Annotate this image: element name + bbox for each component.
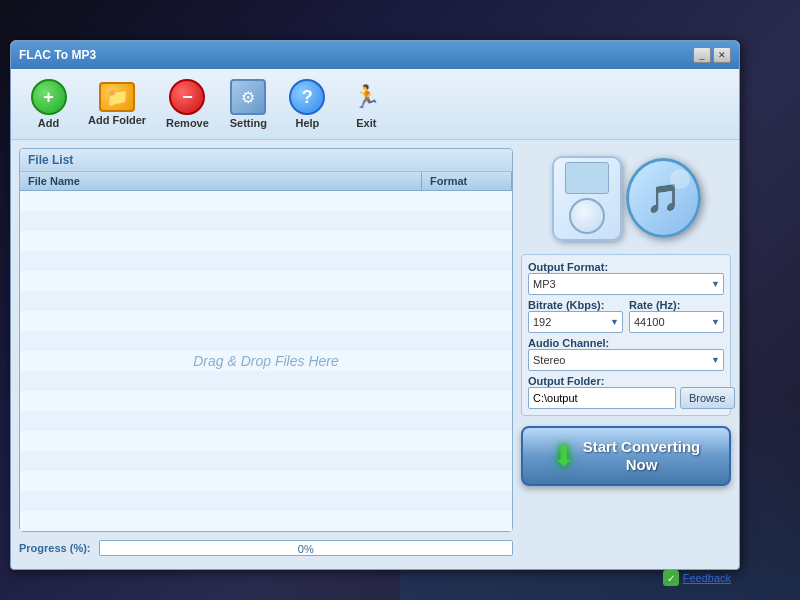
- rate-field: Rate (Hz): 22050 44100 48000 ▼: [629, 299, 724, 333]
- help-label: Help: [295, 117, 319, 129]
- file-list-group: File List File Name Format Drag & Drop F…: [19, 148, 513, 532]
- col-format-header: Format: [422, 172, 512, 190]
- help-button[interactable]: ? Help: [280, 75, 335, 133]
- window-title: FLAC To MP3: [19, 48, 693, 62]
- rate-label: Rate (Hz):: [629, 299, 724, 311]
- remove-button[interactable]: − Remove: [158, 75, 217, 133]
- progress-row: Progress (%): 0%: [19, 536, 513, 560]
- minimize-button[interactable]: _: [693, 47, 711, 63]
- bitrate-wrapper: 64 96 128 192 256 320 ▼: [528, 311, 623, 333]
- add-folder-icon: 📁: [99, 82, 135, 112]
- output-format-select[interactable]: MP3 AAC OGG WMA WAV: [528, 273, 724, 295]
- browse-button[interactable]: Browse: [680, 387, 735, 409]
- ipod-screen: [565, 162, 609, 194]
- bitrate-field: Bitrate (Kbps): 64 96 128 192 256 320 ▼: [528, 299, 623, 333]
- music-note-icon: 🎵: [646, 182, 681, 215]
- output-folder-row: Browse: [528, 387, 724, 409]
- feedback-check-icon: ✓: [663, 570, 679, 586]
- title-controls: _ ✕: [693, 47, 731, 63]
- output-folder-label: Output Folder:: [528, 375, 724, 387]
- convert-arrow-icon: ⬇: [552, 440, 575, 473]
- help-icon: ?: [289, 79, 325, 115]
- setting-label: Setting: [230, 117, 267, 129]
- convert-button-text: Start Converting Now: [583, 438, 701, 474]
- exit-button[interactable]: 🏃 Exit: [339, 75, 394, 133]
- left-panel: File List File Name Format Drag & Drop F…: [19, 148, 513, 560]
- progress-value: 0%: [100, 541, 512, 556]
- add-button[interactable]: + Add: [21, 75, 76, 133]
- bitrate-label: Bitrate (Kbps):: [528, 299, 623, 311]
- table-header: File Name Format: [20, 172, 512, 191]
- right-panel: 🎵 Output Format: MP3 AAC OGG WMA WAV: [521, 148, 731, 560]
- progress-bar: 0%: [99, 540, 513, 556]
- main-window: FLAC To MP3 _ ✕ + Add 📁 Add Folder − Rem…: [10, 40, 740, 570]
- output-format-wrapper: MP3 AAC OGG WMA WAV ▼: [528, 273, 724, 295]
- bitrate-select[interactable]: 64 96 128 192 256 320: [528, 311, 623, 333]
- setting-icon: ⚙: [230, 79, 266, 115]
- toolbar: + Add 📁 Add Folder − Remove ⚙ Setting ? …: [11, 69, 739, 140]
- rate-select[interactable]: 22050 44100 48000: [629, 311, 724, 333]
- audio-channel-wrapper: Stereo Mono Joint Stereo ▼: [528, 349, 724, 371]
- rate-wrapper: 22050 44100 48000 ▼: [629, 311, 724, 333]
- progress-label: Progress (%):: [19, 542, 91, 554]
- output-folder-field: Output Folder: Browse: [528, 375, 724, 409]
- feedback-row: ✓ Feedback: [11, 568, 739, 590]
- file-list-title: File List: [20, 149, 512, 172]
- audio-channel-select[interactable]: Stereo Mono Joint Stereo: [528, 349, 724, 371]
- settings-group: Output Format: MP3 AAC OGG WMA WAV ▼: [521, 254, 731, 416]
- bitrate-rate-row: Bitrate (Kbps): 64 96 128 192 256 320 ▼: [528, 299, 724, 333]
- start-converting-button[interactable]: ⬇ Start Converting Now: [521, 426, 731, 486]
- file-drop-zone[interactable]: Drag & Drop Files Here: [20, 191, 512, 531]
- col-filename-header: File Name: [20, 172, 422, 190]
- remove-label: Remove: [166, 117, 209, 129]
- ipod-wheel: [569, 198, 605, 234]
- app-logo: 🎵: [521, 148, 731, 248]
- file-table: File Name Format Drag & Drop Files Here: [20, 172, 512, 531]
- add-folder-button[interactable]: 📁 Add Folder: [80, 78, 154, 130]
- content-area: File List File Name Format Drag & Drop F…: [11, 140, 739, 568]
- add-icon: +: [31, 79, 67, 115]
- title-bar: FLAC To MP3 _ ✕: [11, 41, 739, 69]
- remove-icon: −: [169, 79, 205, 115]
- drag-drop-hint: Drag & Drop Files Here: [193, 353, 339, 369]
- audio-channel-label: Audio Channel:: [528, 337, 724, 349]
- output-format-field: Output Format: MP3 AAC OGG WMA WAV ▼: [528, 261, 724, 295]
- ipod-graphic: [552, 156, 622, 241]
- audio-channel-field: Audio Channel: Stereo Mono Joint Stereo …: [528, 337, 724, 371]
- setting-button[interactable]: ⚙ Setting: [221, 75, 276, 133]
- add-folder-label: Add Folder: [88, 114, 146, 126]
- output-folder-input[interactable]: [528, 387, 676, 409]
- add-label: Add: [38, 117, 59, 129]
- exit-icon: 🏃: [348, 79, 384, 115]
- output-format-label: Output Format:: [528, 261, 724, 273]
- music-graphic: 🎵: [626, 158, 701, 238]
- exit-label: Exit: [356, 117, 376, 129]
- close-button[interactable]: ✕: [713, 47, 731, 63]
- feedback-link[interactable]: Feedback: [683, 572, 731, 584]
